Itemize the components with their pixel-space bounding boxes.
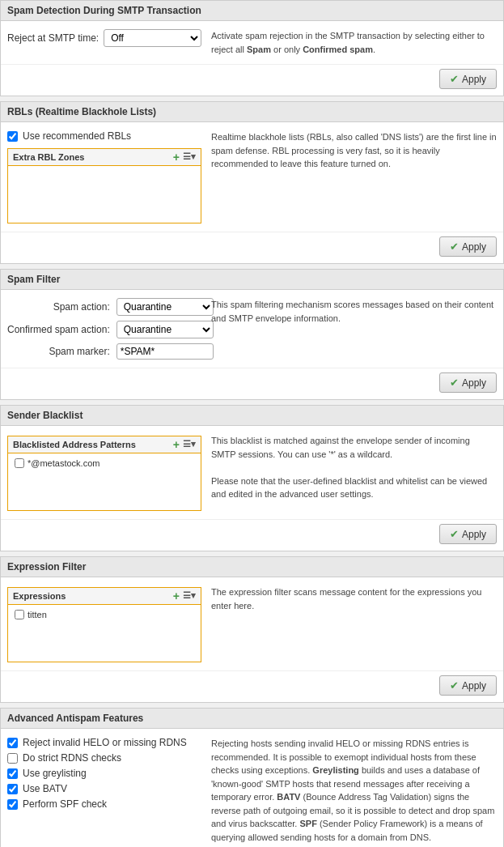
adv-check-row-4: Use BATV xyxy=(7,783,201,794)
spam-filter-form: Spam action: Quarantine Delete Mark Conf… xyxy=(7,298,201,360)
extra-rbl-add-icon[interactable]: + xyxy=(173,151,180,163)
spam-filter-description: This spam filtering mechanism scores mes… xyxy=(211,298,497,360)
expression-filter-desc-text: The expression filter scans message cont… xyxy=(211,587,481,611)
reject-smtp-select[interactable]: Off All Spam Confirmed Spam xyxy=(104,29,201,47)
expression-filter-apply-checkmark-icon: ✔ xyxy=(450,679,459,692)
reject-invalid-helo-checkbox[interactable] xyxy=(7,738,18,748)
expressions-box: Expressions + ☰▾ titten xyxy=(7,587,201,662)
confirmed-spam-label: Confirmed spam action: xyxy=(7,324,110,335)
extra-rbl-zones-title: Extra RBL Zones xyxy=(13,152,84,162)
reject-invalid-helo-label: Reject invalid HELO or missing RDNS xyxy=(23,737,187,748)
spam-filter-desc-text: This spam filtering mechanism scores mes… xyxy=(211,300,493,323)
expression-filter-apply-button[interactable]: ✔ Apply xyxy=(439,675,497,696)
blacklisted-item-value: *@metastock.com xyxy=(28,458,100,468)
expressions-body: titten xyxy=(8,605,201,662)
sender-blacklist-desc1: This blacklist is matched against the en… xyxy=(211,434,497,461)
expressions-list-icon[interactable]: ☰▾ xyxy=(183,590,196,602)
spam-filter-body: Spam action: Quarantine Delete Mark Conf… xyxy=(1,290,503,368)
extra-rbl-zones-icons: + ☰▾ xyxy=(173,151,196,163)
use-rbl-row: Use recommended RBLs xyxy=(7,130,201,142)
rbl-description: Realtime blackhole lists (RBLs, also cal… xyxy=(211,130,497,223)
expression-filter-header: Expression Filter xyxy=(1,557,503,577)
sender-blacklist-apply-label: Apply xyxy=(462,529,486,540)
sender-blacklist-desc2: Please note that the user-defined blackl… xyxy=(211,475,497,501)
blacklisted-address-patterns-box: Blacklisted Address Patterns + ☰▾ *@meta… xyxy=(7,436,201,511)
sender-blacklist-footer: ✔ Apply xyxy=(1,519,503,551)
perform-spf-checkbox[interactable] xyxy=(7,799,18,810)
rbl-header: RBLs (Realtime Blackhole Lists) xyxy=(1,102,503,122)
sender-blacklist-left: Blacklisted Address Patterns + ☰▾ *@meta… xyxy=(7,434,201,511)
expressions-title: Expressions xyxy=(13,591,66,601)
confirmed-spam-select[interactable]: Quarantine Delete Mark xyxy=(116,321,214,338)
list-item: titten xyxy=(11,608,197,621)
advanced-antispam-header: Advanced Antispam Features xyxy=(1,709,503,729)
smtp-left: Reject at SMTP time: Off All Spam Confir… xyxy=(7,29,201,56)
rbl-left: Use recommended RBLs Extra RBL Zones + ☰… xyxy=(7,130,201,223)
extra-rbl-zones-title-area: Extra RBL Zones xyxy=(13,152,84,162)
advanced-antispam-description: Rejecting hosts sending invalid HELO or … xyxy=(211,737,497,844)
expression-filter-left: Expressions + ☰▾ titten xyxy=(7,585,201,662)
rbl-desc-text: Realtime blackhole lists (RBLs, also cal… xyxy=(211,132,497,168)
reject-smtp-field: Reject at SMTP time: Off All Spam Confir… xyxy=(7,29,201,47)
smtp-apply-label: Apply xyxy=(462,74,486,85)
expression-filter-footer: ✔ Apply xyxy=(1,670,503,702)
extra-rbl-zones-header: Extra RBL Zones + ☰▾ xyxy=(8,149,201,166)
spam-filter-section: Spam Filter Spam action: Quarantine Dele… xyxy=(0,269,504,400)
extra-rbl-zones-body xyxy=(8,166,201,223)
expressions-add-icon[interactable]: + xyxy=(173,590,180,602)
list-item: *@metastock.com xyxy=(11,457,197,470)
adv-check-row-5: Perform SPF check xyxy=(7,798,201,810)
reject-smtp-label: Reject at SMTP time: xyxy=(7,32,99,44)
use-greylisting-checkbox[interactable] xyxy=(7,768,18,779)
adv-check-row-3: Use greylisting xyxy=(7,768,201,779)
expression-filter-apply-label: Apply xyxy=(462,680,486,692)
advanced-antispam-body: Reject invalid HELO or missing RDNS Do s… xyxy=(1,729,503,847)
sender-blacklist-apply-button[interactable]: ✔ Apply xyxy=(439,524,497,544)
spam-filter-apply-label: Apply xyxy=(462,377,486,389)
rbl-footer: ✔ Apply xyxy=(1,232,503,263)
blacklisted-add-icon[interactable]: + xyxy=(173,439,180,450)
use-batv-label: Use BATV xyxy=(23,783,67,794)
blacklisted-title-area: Blacklisted Address Patterns xyxy=(13,440,136,449)
blacklisted-address-patterns-header: Blacklisted Address Patterns + ☰▾ xyxy=(8,436,201,453)
extra-rbl-list-icon[interactable]: ☰▾ xyxy=(183,151,196,163)
blacklisted-icons: + ☰▾ xyxy=(173,439,196,450)
rbl-apply-button[interactable]: ✔ Apply xyxy=(439,236,497,257)
advanced-checks-list: Reject invalid HELO or missing RDNS Do s… xyxy=(7,737,201,810)
sender-blacklist-body: Blacklisted Address Patterns + ☰▾ *@meta… xyxy=(1,426,503,519)
spam-marker-input[interactable] xyxy=(116,343,214,360)
use-rbl-label: Use recommended RBLs xyxy=(23,130,131,142)
perform-spf-label: Perform SPF check xyxy=(23,798,107,810)
rbl-body: Use recommended RBLs Extra RBL Zones + ☰… xyxy=(1,122,503,232)
expressions-header: Expressions + ☰▾ xyxy=(8,588,201,605)
smtp-body: Reject at SMTP time: Off All Spam Confir… xyxy=(1,21,503,64)
blacklisted-item-checkbox[interactable] xyxy=(15,458,24,468)
rbl-section: RBLs (Realtime Blackhole Lists) Use reco… xyxy=(0,101,504,264)
advanced-desc-text: Rejecting hosts sending invalid HELO or … xyxy=(211,737,497,844)
use-batv-checkbox[interactable] xyxy=(7,784,18,794)
blacklisted-list-icon[interactable]: ☰▾ xyxy=(183,439,196,450)
extra-rbl-zones-box: Extra RBL Zones + ☰▾ xyxy=(7,148,201,223)
expression-item-value: titten xyxy=(28,610,47,619)
blacklisted-patterns-body: *@metastock.com xyxy=(8,453,201,510)
adv-check-row-1: Reject invalid HELO or missing RDNS xyxy=(7,737,201,748)
strict-rdns-label: Do strict RDNS checks xyxy=(23,752,121,764)
spam-filter-apply-button[interactable]: ✔ Apply xyxy=(439,372,497,393)
spam-action-select[interactable]: Quarantine Delete Mark xyxy=(116,298,214,316)
strict-rdns-checkbox[interactable] xyxy=(7,753,18,764)
smtp-apply-checkmark-icon: ✔ xyxy=(450,73,459,85)
use-greylisting-label: Use greylisting xyxy=(23,768,87,779)
advanced-antispam-section: Advanced Antispam Features Reject invali… xyxy=(0,708,504,847)
smtp-apply-button[interactable]: ✔ Apply xyxy=(439,69,497,89)
rbl-apply-label: Apply xyxy=(462,241,486,253)
spam-filter-footer: ✔ Apply xyxy=(1,368,503,399)
expression-item-checkbox[interactable] xyxy=(15,610,24,619)
smtp-footer: ✔ Apply xyxy=(1,64,503,96)
spam-filter-apply-checkmark-icon: ✔ xyxy=(450,377,459,389)
expressions-icons: + ☰▾ xyxy=(173,590,196,602)
use-rbl-checkbox[interactable] xyxy=(7,131,18,142)
smtp-section: Spam Detection During SMTP Transaction R… xyxy=(0,0,504,96)
expression-filter-description: The expression filter scans message cont… xyxy=(211,585,497,662)
smtp-desc-text: Activate spam rejection in the SMTP tran… xyxy=(211,31,485,54)
spam-filter-header: Spam Filter xyxy=(1,270,503,290)
